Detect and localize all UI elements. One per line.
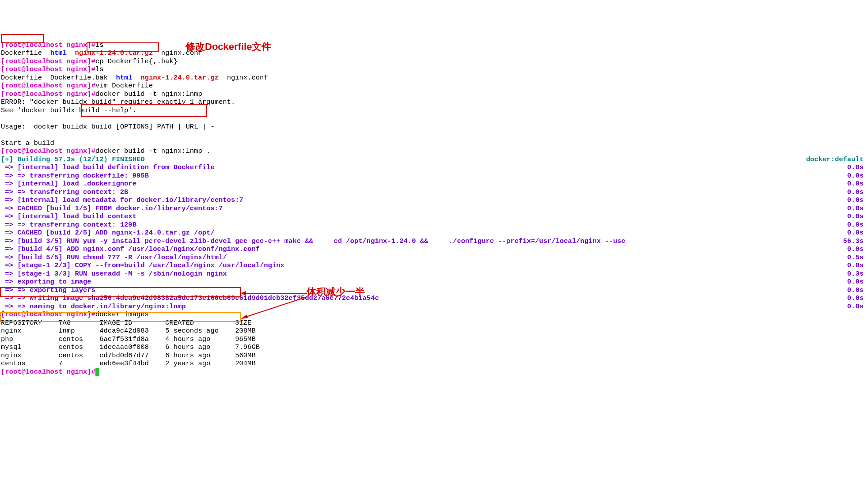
build-step-time: 0.0s — [847, 163, 864, 172]
prompt: [root@localhost nginx]# — [1, 82, 95, 90]
ls-file: Dockerfile — [1, 74, 42, 82]
ls-dir: html — [50, 49, 67, 57]
arrow-icon — [241, 296, 307, 320]
build-step-time: 0.3s — [847, 270, 864, 278]
command: docker build -t nginx:lnmp — [95, 90, 202, 98]
build-step-time: 0.0s — [847, 180, 864, 188]
build-step-time: 0.0s — [847, 229, 864, 237]
build-context: docker:default — [806, 155, 867, 164]
table-row: nginx lnmp 4dca9c42d983 5 seconds ago 20… — [1, 327, 268, 335]
highlight-box — [0, 312, 241, 322]
build-step: => => transferring dockerfile: 995B — [1, 172, 149, 180]
annotation-text: 修改Dockerfile文件 — [186, 43, 271, 51]
build-step: => exporting to image — [1, 278, 91, 286]
build-step-time: 0.0s — [847, 286, 864, 295]
build-step-time: 0.0s — [847, 245, 864, 254]
build-step-time: 0.0s — [847, 196, 864, 204]
build-step-time: 0.0s — [847, 172, 864, 180]
highlight-box — [81, 104, 207, 117]
build-step-time: 0.0s — [847, 204, 864, 213]
build-step: => => naming to docker.io/library/nginx:… — [1, 303, 186, 311]
terminal-output: [root@localhost nginx]#ls Dockerfile htm… — [0, 33, 868, 376]
svg-marker-1 — [241, 291, 246, 295]
build-step: => [internal] load metadata for docker.i… — [1, 196, 243, 204]
ls-dir: html — [116, 74, 132, 82]
build-step: => [build 4/5] ADD nginx.conf /usr/local… — [1, 245, 260, 254]
build-header: [+] Building 57.3s (12/12) FINISHED — [1, 155, 145, 163]
annotation-text: 体积减少一半 — [307, 288, 365, 296]
ls-file: nginx.conf — [227, 74, 268, 82]
build-step: => [internal] load build context — [1, 212, 136, 221]
build-step-time: 0.0s — [847, 278, 864, 286]
build-step: => [stage-1 2/3] COPY --from=build /usr/… — [1, 261, 284, 270]
build-step-time: 0.0s — [847, 221, 864, 229]
build-step: => [build 3/5] RUN yum -y install pcre-d… — [1, 237, 625, 246]
build-step-time: 0.0s — [847, 303, 864, 311]
build-step: => CACHED [build 1/5] FROM docker.io/lib… — [1, 204, 223, 213]
command: cp Dockerfile{,.bak} — [95, 57, 178, 65]
table-row: php centos 6ae7f531fd8a 4 hours ago 965M… — [1, 335, 268, 343]
highlight-box — [87, 42, 159, 52]
build-step-time: 0.0s — [847, 212, 864, 221]
highlight-box — [1, 34, 44, 43]
prompt: [root@localhost nginx]# — [1, 90, 95, 98]
build-step: => [stage-1 3/3] RUN useradd -M -s /sbin… — [1, 270, 227, 278]
prompt: [root@localhost nginx]# — [1, 147, 95, 155]
svg-marker-3 — [241, 314, 248, 319]
build-step: => => transferring context: 129B — [1, 221, 136, 229]
table-row: mysql centos 1deeaac0f008 6 hours ago 7.… — [1, 343, 268, 351]
build-step: => [build 5/5] RUN chmod 777 -R /usr/loc… — [1, 254, 227, 262]
build-step-time: 56.3s — [843, 237, 864, 246]
prompt: [root@localhost nginx]# — [1, 65, 95, 73]
command: docker build -t nginx:lnmp . — [95, 147, 210, 155]
build-step-time: 0.5s — [847, 254, 864, 262]
ls-file: Dockerfile — [1, 49, 42, 57]
command: vim Dockerfile — [95, 82, 153, 90]
ls-file: Dockerfile.bak — [50, 74, 108, 82]
build-step-time: 0.0s — [847, 188, 864, 197]
prompt: [root@localhost nginx]# — [1, 368, 95, 376]
error-line: Start a build — [1, 139, 54, 147]
build-step: => CACHED [build 2/5] ADD nginx-1.24.0.t… — [1, 229, 215, 237]
ls-archive: nginx-1.24.0.tar.gz — [140, 74, 219, 82]
build-step: => => transferring context: 2B — [1, 188, 128, 197]
svg-line-2 — [245, 297, 307, 317]
prompt: [root@localhost nginx]# — [1, 57, 95, 65]
table-row: centos 7 eeb6ee3f44bd 2 years ago 204MB — [1, 360, 268, 367]
build-step-time: 0.0s — [847, 261, 864, 270]
arrow-icon — [241, 291, 307, 296]
build-step: => [internal] load .dockerignore — [1, 180, 136, 188]
command: ls — [95, 65, 104, 73]
build-step-time: 0.0s — [847, 294, 864, 303]
error-line: Usage: docker buildx build [OPTIONS] PAT… — [1, 123, 215, 131]
cursor-icon — [95, 368, 99, 375]
highlight-box — [0, 287, 241, 297]
build-step: => [internal] load build definition from… — [1, 163, 215, 172]
table-row: nginx centos cd7bd0d67d77 6 hours ago 56… — [1, 352, 268, 360]
